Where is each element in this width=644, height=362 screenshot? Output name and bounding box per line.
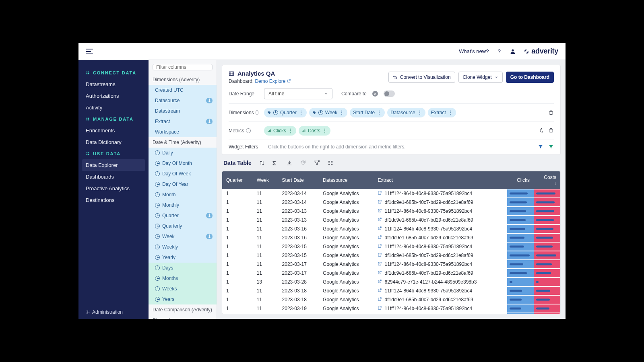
trash-icon[interactable] [548, 128, 554, 133]
download-icon[interactable] [286, 160, 293, 166]
column-field-months[interactable]: Months [149, 273, 217, 284]
dimension-chip-start-date[interactable]: Start Date⋮ [350, 108, 385, 117]
compare-clear-icon[interactable]: ✕ [372, 91, 378, 97]
chip-menu-icon[interactable]: ⋮ [448, 110, 453, 115]
table-row[interactable]: 1112023-03-13Google Analyticsdf1dc9e1-68… [222, 216, 560, 224]
fx-icon[interactable]: fx [540, 128, 543, 134]
chip-menu-icon[interactable]: ⋮ [339, 110, 344, 115]
column-field-day-of-week[interactable]: Day Of Week [149, 169, 217, 179]
column-field-day-of-year[interactable]: Day Of Year [149, 179, 217, 189]
table-row[interactable]: 1112023-03-19Google Analyticsdf1dc9e1-68… [222, 313, 560, 314]
column-field-extract[interactable]: Extract1 [149, 116, 217, 127]
convert-button[interactable]: Convert to Visualization [388, 72, 455, 83]
col-header-start-date[interactable]: Start Date [278, 171, 319, 189]
col-header-clicks[interactable]: Clicks [507, 171, 534, 189]
column-field-monthly[interactable]: Monthly [149, 200, 217, 210]
chip-menu-icon[interactable]: ⋮ [299, 110, 303, 115]
column-field-quarterly[interactable]: Quarterly [149, 221, 217, 231]
column-field-years[interactable]: Years [149, 294, 217, 304]
table-row[interactable]: 1112023-03-19Google Analytics11fff124-86… [222, 304, 560, 313]
column-field-yearly[interactable]: Yearly [149, 252, 217, 263]
whats-new-link[interactable]: What's new? [459, 48, 489, 54]
table-row[interactable]: 1112023-03-15Google Analytics11fff124-86… [222, 242, 560, 251]
external-link-icon[interactable] [378, 297, 382, 302]
col-header-datasource[interactable]: Datasource [319, 171, 374, 189]
col-header-quarter[interactable]: Quarter [222, 171, 253, 189]
filter-clear-icon[interactable] [314, 160, 320, 166]
goto-dashboard-button[interactable]: Go to Dashboard [506, 72, 554, 83]
external-link-icon[interactable] [378, 226, 382, 232]
filter-columns-input[interactable] [156, 64, 217, 70]
sidebar-item-data-explorer[interactable]: Data Explorer [82, 159, 145, 171]
chip-menu-icon[interactable]: ⋮ [322, 128, 327, 134]
sort-icon[interactable] [259, 160, 265, 166]
chip-menu-icon[interactable]: ⋮ [377, 110, 382, 115]
metric-chip-costs[interactable]: Costs⋮ [299, 126, 330, 136]
chip-menu-icon[interactable]: ⋮ [288, 128, 293, 134]
columns-icon[interactable] [327, 160, 334, 166]
dashboard-link[interactable]: Demo Explore [255, 78, 291, 84]
dimension-chip-extract[interactable]: Extract⋮ [428, 108, 456, 117]
sidebar-item-data-dictionary[interactable]: Data Dictionary [78, 136, 149, 148]
hamburger-menu-button[interactable] [86, 49, 93, 54]
external-link-icon[interactable] [378, 217, 382, 223]
external-link-icon[interactable] [378, 200, 382, 205]
sidebar-item-authorizations[interactable]: Authorizations [78, 90, 149, 102]
column-field-month[interactable]: Month [149, 189, 217, 200]
sidebar-item-datastreams[interactable]: Datastreams [78, 78, 149, 90]
info-icon[interactable]: i [246, 128, 251, 133]
compare-toggle[interactable] [384, 90, 395, 97]
table-row[interactable]: 1112023-03-16Google Analytics11fff124-86… [222, 224, 560, 233]
col-header-costs[interactable]: Costs↓ [534, 171, 560, 189]
column-field-workspace[interactable]: Workspace [149, 127, 217, 137]
table-row[interactable]: 1112023-03-18Google Analyticsdf1dc9e1-68… [222, 295, 560, 304]
trash-icon[interactable] [548, 110, 554, 115]
column-field-weekly[interactable]: Weekly [149, 242, 217, 252]
column-field-day-of-month[interactable]: Day Of Month [149, 158, 217, 169]
sidebar-item-activity[interactable]: Activity [78, 102, 149, 113]
external-link-icon[interactable] [378, 208, 382, 214]
external-link-icon[interactable] [378, 261, 382, 267]
dimension-chip-datasource[interactable]: Datasource⋮ [387, 108, 425, 117]
sidebar-footer[interactable]: Administration [78, 305, 149, 319]
sidebar-item-dashboards[interactable]: Dashboards [78, 171, 149, 183]
column-field-weeks[interactable]: Weeks [149, 284, 217, 294]
table-row[interactable]: 1112023-03-14Google Analytics11fff124-86… [222, 189, 560, 198]
sigma-icon[interactable]: Σ [272, 160, 279, 166]
col-header-week[interactable]: Week [253, 171, 278, 189]
user-icon[interactable] [510, 48, 516, 55]
external-link-icon[interactable] [378, 306, 382, 311]
table-row[interactable]: 1112023-03-18Google Analytics11fff124-86… [222, 286, 560, 295]
column-field-datastream[interactable]: Datastream [149, 106, 217, 116]
sidebar-item-enrichments[interactable]: Enrichments [78, 125, 149, 136]
dimension-chip-week[interactable]: Week⋮ [309, 108, 347, 117]
external-link-icon[interactable] [378, 288, 382, 294]
table-row[interactable]: 1112023-03-13Google Analytics11fff124-86… [222, 207, 560, 216]
dimension-chip-quarter[interactable]: Quarter⋮ [264, 108, 307, 117]
help-icon[interactable]: ? [496, 48, 502, 55]
table-row[interactable]: 1112023-03-16Google Analyticsdf1dc9e1-68… [222, 233, 560, 242]
external-link-icon[interactable] [378, 279, 382, 285]
table-row[interactable]: 1112023-03-14Google Analyticsdf1dc9e1-68… [222, 198, 560, 207]
col-header-extract[interactable]: Extract [374, 171, 507, 189]
column-field-daily[interactable]: Daily [149, 148, 217, 158]
chip-menu-icon[interactable]: ⋮ [417, 110, 422, 115]
table-row[interactable]: 1112023-03-17Google Analytics11fff124-86… [222, 260, 560, 269]
external-link-icon[interactable] [378, 270, 382, 276]
sidebar-item-destinations[interactable]: Destinations [78, 194, 149, 206]
external-link-icon[interactable] [378, 244, 382, 249]
metric-chip-clicks[interactable]: Clicks⋮ [264, 126, 296, 136]
external-link-icon[interactable] [378, 253, 382, 258]
table-row[interactable]: 1112023-03-17Google Analyticsdf1dc9e1-68… [222, 269, 560, 278]
external-link-icon[interactable] [378, 235, 382, 241]
filter-columns-input-wrapper[interactable] [153, 64, 213, 70]
table-row[interactable]: 1112023-03-15Google Analyticsdf1dc9e1-68… [222, 251, 560, 260]
clone-button[interactable]: Clone Widget [458, 72, 503, 83]
column-field-quarter[interactable]: Quarter1 [149, 210, 217, 221]
filter-dim-icon[interactable] [538, 144, 543, 150]
filter-met-icon[interactable] [548, 144, 554, 150]
sidebar-item-proactive-analytics[interactable]: Proactive Analytics [78, 183, 149, 194]
external-link-icon[interactable] [378, 191, 382, 196]
column-field-week[interactable]: Week1 [149, 231, 217, 242]
column-field-created-utc[interactable]: Created UTC [149, 85, 217, 95]
